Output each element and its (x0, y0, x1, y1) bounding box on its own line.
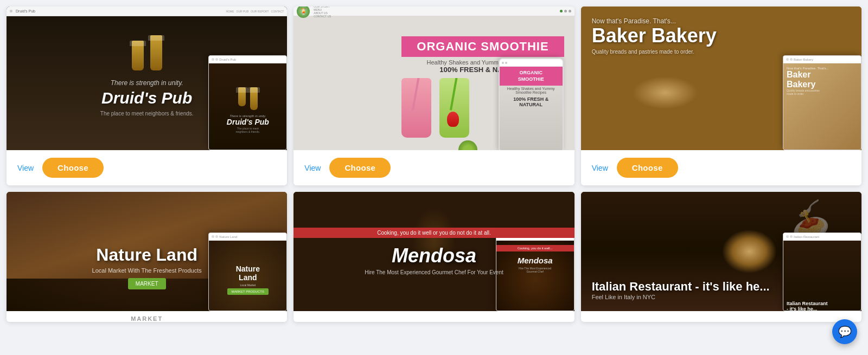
baker-subtitle-overlay: Now that's Paradise. That's... (592, 17, 717, 25)
druid-glass-2 (150, 35, 162, 70)
mendosa-title: Mendosa (293, 244, 574, 267)
smoothie-mobile-sub: Healthy Shakes and YummySmoothie Recipes (500, 86, 563, 95)
italian-mockup-body: Italian Restaurant- it's like he... Feel… (783, 241, 861, 311)
baker-choose-button[interactable]: Choose (617, 158, 678, 178)
card-nature: Nature Land HOME SHOP ABOUT CONTACT Natu… (7, 192, 287, 322)
smoothie-mobile-bar (500, 59, 563, 67)
smoothie-nav-dots (560, 10, 571, 12)
nature-mockup-dot-1 (212, 235, 214, 238)
nature-mockup-body: NatureLand Local Market MARKET PRODUCTS (209, 241, 286, 311)
druid-mockup-body: There is strength in unity. Druid's Pub … (209, 63, 286, 150)
template-grid: Druid's Pub HOME OUR PUB OUR REPORT CONT… (0, 0, 868, 328)
smoothie-mobile-dot-1 (502, 62, 504, 64)
mendosa-banner: Cooking, you do it well or you do not do… (293, 228, 574, 238)
smoothie-view-button[interactable]: View (304, 164, 321, 172)
smoothie-green-straw (450, 78, 458, 111)
smoothie-pink-glass (401, 78, 431, 138)
smoothie-dot-1 (560, 10, 563, 12)
baker-mockup-brand: Baker Bakery (794, 58, 858, 61)
smoothie-dot-2 (564, 10, 567, 12)
druid-mockup-dot-2 (215, 58, 218, 61)
italian-mockup-title: Italian Restaurant- it's like he... (787, 301, 828, 311)
card-preview-druid: Druid's Pub HOME OUR PUB OUR REPORT CONT… (7, 7, 287, 150)
smoothie-dot-3 (569, 10, 571, 12)
nature-mockup-title: NatureLand (236, 264, 260, 282)
baker-title-overlay: Baker Bakery (592, 25, 717, 47)
chat-button[interactable]: 💬 (832, 319, 857, 344)
card-druid: Druid's Pub HOME OUR PUB OUR REPORT CONT… (7, 7, 287, 185)
mendosa-text-container: Cooking, you do it well or you do not do… (293, 228, 574, 275)
smoothie-banner: ORGANIC SMOOTHIE (401, 36, 564, 57)
smoothie-mobile-body: ORGANICSMOOTHIE Healthy Shakes and Yummy… (500, 67, 563, 150)
card-preview-nature: Nature Land HOME SHOP ABOUT CONTACT Natu… (7, 192, 287, 311)
italian-mockup-dot-2 (790, 235, 793, 238)
druid-mockup-glass-1 (238, 87, 246, 106)
smoothie-nav-items: OUR STORY MENU ABOUT US CONTACT US (314, 7, 331, 18)
druid-mockup-brand: Druid's Pub (219, 58, 284, 61)
druid-mockup-glass-2 (250, 87, 258, 110)
italian-text: Italian Restaurant - it's like he... Fee… (592, 280, 770, 300)
card-preview-baker: Baker Bakery HOME PRODUCTS INFO CONTACT … (581, 7, 861, 150)
smoothie-pink-straw (412, 78, 420, 111)
mendosa-sub: Hire The Most Experienced Gourmet Chef F… (293, 269, 574, 275)
card-baker: Baker Bakery HOME PRODUCTS INFO CONTACT … (581, 7, 861, 185)
baker-mockup-body: Now that's Paradise. That's... BakerBake… (783, 63, 861, 150)
card-smoothie: 🍹 OUR STORY MENU ABOUT US CONTACT US ORG… (293, 7, 574, 185)
chat-icon: 💬 (838, 325, 852, 338)
baker-mockup-big: BakerBakery (787, 70, 858, 89)
druid-tagline: The place to meet neighbors & friends. (100, 111, 194, 117)
italian-title: Italian Restaurant - it's like he... (592, 280, 770, 294)
smoothie-mobile-banner: ORGANICSMOOTHIE (500, 67, 563, 86)
nature-mockup-sub: Local Market (240, 283, 256, 287)
baker-tagline-overlay: Quality breads and pastries made to orde… (592, 49, 717, 55)
druid-mockup-dot-1 (212, 58, 214, 61)
nature-label-bar: MARKET (7, 311, 287, 322)
nature-mockup-bar: Nature Land (209, 233, 286, 241)
baker-mockup-bar: Baker Bakery (783, 56, 861, 63)
baker-desktop-mockup: Baker Bakery Now that's Paradise. That's… (783, 55, 861, 150)
druid-glasses-decoration (132, 41, 162, 70)
card-preview-smoothie: 🍹 OUR STORY MENU ABOUT US CONTACT US ORG… (293, 7, 574, 150)
druid-mockup-tagline: The place to meetneighbors & friends. (236, 127, 260, 133)
kiwi (458, 140, 477, 150)
smoothie-nav-4: CONTACT US (314, 15, 331, 18)
italian-mockup-brand: Italian Restaurant (794, 235, 858, 238)
strawberry (447, 112, 459, 127)
baker-mockup-tag: Quality breads and pastriesmade to order… (787, 89, 858, 95)
smoothie-card-actions: View Choose (293, 150, 574, 185)
nature-mockup-brand: Nature Land (219, 235, 284, 238)
card-preview-italian: Italian Restaurant HOME DISH INFO ABOUT … (581, 192, 861, 311)
druid-mockup-bar: Druid's Pub (209, 56, 286, 63)
smoothie-mobile-tag: 100% FRESH &NATURAL (500, 95, 563, 108)
smoothie-logo: 🍹 (297, 7, 310, 18)
baker-text-overlay: Now that's Paradise. That's... Baker Bak… (592, 17, 717, 55)
baker-view-button[interactable]: View (592, 164, 608, 172)
card-italian: Italian Restaurant HOME DISH INFO ABOUT … (581, 192, 861, 322)
druid-desktop-mockup: Druid's Pub There is strength in unity. … (208, 55, 287, 150)
druid-glass-1 (132, 41, 144, 70)
card-mendosa: Pedro Mendoza HOME CHEF MEMBERS CONTACT … (293, 192, 574, 322)
druid-card-actions: View Choose (7, 150, 287, 185)
smoothie-choose-button[interactable]: Choose (329, 158, 391, 178)
smoothie-mobile-mockup: ORGANICSMOOTHIE Healthy Shakes and Yummy… (499, 58, 564, 150)
smoothie-header-bar: 🍹 OUR STORY MENU ABOUT US CONTACT US (293, 7, 574, 16)
druid-choose-button[interactable]: Choose (42, 158, 104, 178)
baker-mockup-small: Now that's Paradise. That's... (787, 67, 858, 70)
druid-mockup-title: Druid's Pub (227, 118, 269, 127)
smoothie-mobile-dot-2 (505, 62, 507, 64)
italian-sub: Feel Like in Italy in NYC (592, 294, 770, 300)
nature-btn: MARKET (128, 278, 166, 289)
nature-desktop-mockup: Nature Land NatureLand Local Market MARK… (208, 233, 287, 311)
card-preview-mendosa: Pedro Mendoza HOME CHEF MEMBERS CONTACT … (293, 192, 574, 311)
nature-mockup-btn: MARKET PRODUCTS (227, 288, 269, 295)
druid-title: Druid's Pub (101, 89, 192, 107)
druid-view-button[interactable]: View (17, 164, 34, 172)
baker-mockup-dot-2 (790, 58, 793, 61)
nature-mockup-dot-2 (215, 235, 218, 238)
druid-subtitle: There is strength in unity. (111, 79, 183, 87)
baker-mockup-dot-1 (786, 58, 789, 61)
druid-mockup-glasses (238, 87, 258, 110)
italian-mockup-dot-1 (786, 235, 789, 238)
italian-desktop-mockup: Italian Restaurant Italian Restaurant- i… (783, 233, 861, 311)
smoothie-green-glass (439, 78, 469, 138)
